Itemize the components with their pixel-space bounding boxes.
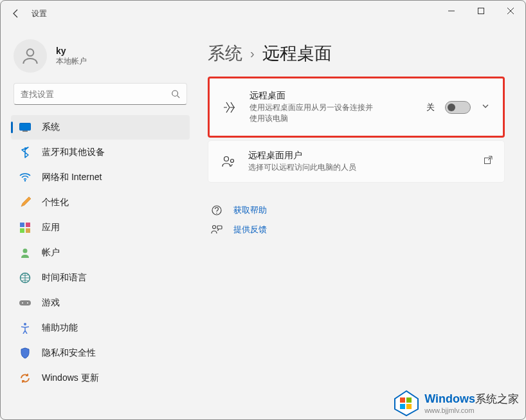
help-icon (210, 205, 223, 216)
expand-chevron[interactable] (481, 102, 491, 113)
feedback-icon (210, 224, 223, 235)
svg-point-4 (27, 49, 34, 56)
svg-point-20 (224, 157, 229, 161)
watermark-brand: Windows (424, 392, 475, 405)
toggle-label: 关 (426, 102, 435, 113)
nav-personalization[interactable]: 个性化 (11, 190, 190, 215)
nav-label: 蓝牙和其他设备 (42, 147, 105, 158)
svg-point-17 (22, 302, 23, 304)
back-button[interactable] (6, 3, 26, 24)
svg-rect-8 (23, 131, 28, 132)
svg-rect-30 (406, 404, 412, 409)
brush-icon (19, 196, 32, 209)
nav-windows-update[interactable]: Windows 更新 (11, 366, 190, 390)
watermark-suffix: 系统之家 (475, 393, 519, 405)
users-icon (220, 155, 237, 168)
nav-network[interactable]: 网络和 Internet (11, 165, 190, 190)
avatar (14, 39, 47, 73)
svg-rect-29 (400, 404, 405, 409)
svg-rect-13 (26, 228, 30, 233)
svg-rect-7 (20, 123, 31, 131)
user-name: ky (56, 46, 87, 56)
nav-gaming[interactable]: 游戏 (11, 291, 190, 315)
svg-point-14 (23, 249, 28, 253)
external-link-icon (484, 156, 493, 165)
svg-point-25 (213, 226, 216, 229)
windows-logo-icon (392, 388, 421, 417)
watermark-url: www.bjjmlv.com (424, 406, 519, 414)
wifi-icon (19, 171, 32, 184)
link-label: 获取帮助 (233, 205, 267, 216)
close-icon (507, 8, 514, 14)
gamepad-icon (19, 297, 32, 309)
search-box[interactable] (14, 83, 187, 105)
nav-label: 帐户 (42, 247, 60, 259)
get-help-link[interactable]: 获取帮助 (208, 201, 505, 220)
remote-users-card[interactable]: 远程桌面用户 选择可以远程访问此电脑的人员 (208, 140, 505, 183)
bluetooth-icon (19, 146, 32, 159)
breadcrumb-current: 远程桌面 (262, 42, 332, 65)
svg-point-24 (216, 213, 217, 214)
svg-rect-12 (20, 228, 24, 233)
close-button[interactable] (496, 1, 525, 21)
nav-label: 个性化 (42, 197, 69, 208)
svg-rect-16 (19, 300, 31, 306)
search-input[interactable] (21, 89, 171, 99)
minimize-icon (448, 8, 455, 14)
nav-accounts[interactable]: 帐户 (11, 241, 190, 265)
svg-rect-1 (478, 8, 484, 14)
svg-point-9 (24, 180, 26, 181)
svg-point-5 (172, 91, 178, 96)
chevron-right-icon: › (250, 46, 255, 61)
arrow-left-icon (11, 8, 21, 19)
account-icon (19, 246, 32, 259)
minimize-button[interactable] (437, 1, 466, 21)
maximize-button[interactable] (466, 1, 496, 21)
open-external-button[interactable] (484, 156, 493, 167)
chevron-down-icon (481, 102, 490, 111)
svg-point-19 (24, 323, 26, 325)
nav-label: 游戏 (42, 297, 60, 309)
nav-label: 系统 (42, 122, 60, 133)
svg-line-6 (177, 96, 180, 98)
maximize-icon (478, 8, 484, 14)
svg-rect-28 (406, 397, 412, 403)
breadcrumb-parent[interactable]: 系统 (208, 42, 242, 65)
nav-time-language[interactable]: 时间和语言 (11, 266, 190, 290)
card-subtitle: 选择可以远程访问此电脑的人员 (248, 162, 484, 173)
breadcrumb: 系统 › 远程桌面 (208, 42, 505, 65)
shield-icon (19, 347, 32, 360)
user-profile[interactable]: ky 本地帐户 (3, 26, 197, 83)
system-icon (19, 121, 32, 134)
nav-label: 辅助功能 (42, 322, 78, 334)
remote-desktop-toggle[interactable] (445, 101, 471, 114)
sidebar: ky 本地帐户 系统 蓝牙和其他设备 网络和 In (1, 26, 200, 419)
clock-globe-icon (19, 271, 32, 284)
link-label: 提供反馈 (233, 224, 267, 235)
search-icon (171, 89, 180, 98)
svg-rect-27 (400, 397, 405, 403)
update-icon (19, 372, 32, 385)
window-title: 设置 (32, 8, 47, 19)
nav-system[interactable]: 系统 (11, 115, 190, 140)
nav-privacy[interactable]: 隐私和安全性 (11, 341, 190, 365)
watermark: Windows系统之家 www.bjjmlv.com (392, 388, 519, 417)
accessibility-icon (19, 322, 32, 334)
card-title: 远程桌面 (249, 90, 426, 102)
svg-point-18 (27, 302, 28, 304)
nav-label: 网络和 Internet (42, 172, 102, 183)
card-subtitle: 使用远程桌面应用从另一设备连接并使用该电脑 (249, 102, 378, 124)
nav-label: Windows 更新 (42, 372, 99, 384)
svg-rect-11 (26, 223, 30, 227)
nav-label: 应用 (42, 222, 60, 233)
svg-rect-26 (217, 226, 222, 229)
nav-bluetooth[interactable]: 蓝牙和其他设备 (11, 140, 190, 165)
card-title: 远程桌面用户 (248, 150, 484, 161)
remote-desktop-card[interactable]: 远程桌面 使用远程桌面应用从另一设备连接并使用该电脑 关 (208, 77, 505, 138)
person-icon (20, 46, 41, 66)
apps-icon (19, 221, 32, 234)
nav-accessibility[interactable]: 辅助功能 (11, 316, 190, 340)
feedback-link[interactable]: 提供反馈 (208, 220, 505, 239)
nav-label: 隐私和安全性 (42, 347, 96, 359)
nav-apps[interactable]: 应用 (11, 215, 190, 240)
